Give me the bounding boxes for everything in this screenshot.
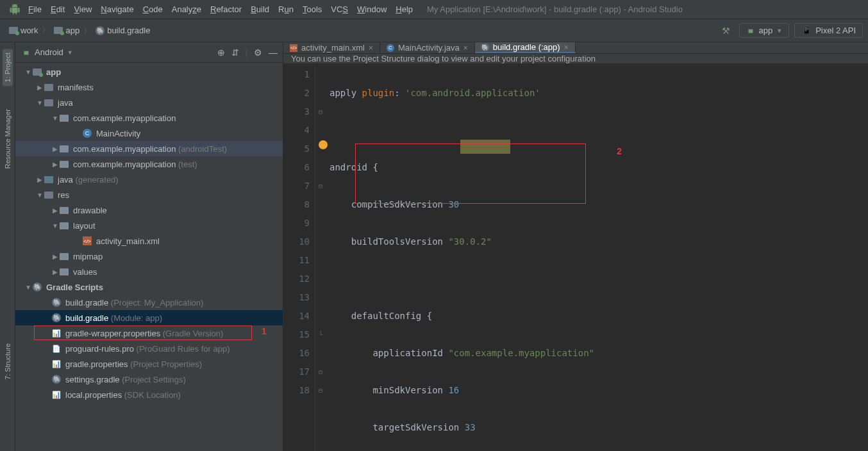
folder-icon [44,99,53,106]
select-opened-file-icon[interactable]: ⊕ [217,47,225,58]
project-header: Android ▼ ⊕ ⇵ | ⚙ — [15,42,283,63]
properties-file-icon: 📊 [52,390,61,399]
folder-icon [60,207,69,214]
package-icon [60,161,69,168]
xml-file-icon: </> [83,236,92,245]
intention-bulb-icon[interactable] [319,140,328,149]
close-tab-icon[interactable]: × [463,44,468,53]
menu-view[interactable]: View [74,4,92,14]
chevron-down-icon[interactable]: ▼ [67,49,73,56]
selection-highlight [460,140,510,154]
chevron-right-icon: 〉 [42,25,50,37]
menu-build[interactable]: Build [251,4,269,14]
tree-gradle-wrapper[interactable]: 📊 gradle-wrapper.properties (Gradle Vers… [15,325,283,341]
divider: | [246,47,247,57]
crumb-work[interactable]: work [9,26,38,35]
folder-icon [54,27,63,34]
tree-proguard[interactable]: 📄 proguard-rules.pro (ProGuard Rules for… [15,341,283,356]
code-editor[interactable]: 123 456 789 101112 131415 161718 apply p… [283,64,868,451]
tool-project[interactable]: 1: Project [3,49,13,86]
window-title: My Application [E:\Android\work] - build… [427,4,683,14]
folder-icon [9,27,18,34]
breadcrumb: work 〉 app 〉 🐘 build.gradle [9,25,150,37]
gradle-file-icon: 🐘 [52,313,61,322]
expand-all-icon[interactable]: ⇵ [231,47,239,58]
run-toolbar: ⚒ app ▼ 📱 Pixel 2 API [722,23,864,38]
editor-area: </> activity_main.xml × C MainActivity.j… [283,42,868,451]
menu-run[interactable]: Run [278,4,294,14]
folder-icon [60,222,69,229]
module-icon [33,69,42,76]
menu-help[interactable]: Help [396,4,413,14]
info-bar-text: You can use the Project Structure dialog… [291,54,596,63]
crumb-file[interactable]: 🐘 build.gradle [96,26,150,35]
menu-code[interactable]: Code [143,4,163,14]
menu-navigate[interactable]: Navigate [101,4,133,14]
gradle-file-icon: 🐘 [52,298,61,307]
editor-info-bar: You can use the Project Structure dialog… [283,54,868,64]
tab-activity-main-xml[interactable]: </> activity_main.xml × [283,42,380,53]
device-combo[interactable]: 📱 Pixel 2 API [794,23,863,38]
tab-build-gradle-app[interactable]: 🐘 build.gradle (:app) × [475,42,576,53]
tree-pkg-atest[interactable]: com.example.myapplication (androidTest) [15,141,283,156]
package-icon [60,115,69,122]
tree-main-activity[interactable]: C MainActivity [15,126,283,141]
android-logo-icon [9,4,21,15]
gradle-icon: 🐘 [33,283,42,291]
tree-drawable[interactable]: drawable [15,202,283,218]
tree-mipmap[interactable]: mipmap [15,249,283,264]
project-tree: app manifests java com.example.myapplica… [15,63,283,451]
tree-settings-gradle[interactable]: 🐘 settings.gradle (Project Settings) [15,372,283,387]
tool-resource-manager[interactable]: Resource Manager [3,105,13,173]
folder-icon [44,192,53,199]
tree-gradle-scripts[interactable]: 🐘 Gradle Scripts [15,279,283,295]
code-content[interactable]: apply plugin: 'com.android.application' … [326,64,868,451]
view-label[interactable]: Android [35,47,63,57]
tool-structure[interactable]: 7: Structure [3,340,13,384]
tree-values[interactable]: values [15,264,283,279]
run-config-combo[interactable]: app ▼ [739,23,790,38]
close-tab-icon[interactable]: × [564,43,569,52]
tree-build-gradle-project[interactable]: 🐘 build.gradle (Project: My_Application) [15,295,283,310]
xml-file-icon: </> [290,44,297,52]
folder-icon [60,253,69,260]
line-gutter: 123 456 789 101112 131415 161718 [283,64,315,451]
chevron-down-icon: ▼ [776,28,782,34]
tree-build-gradle-module[interactable]: 🐘 build.gradle (Module: app) [15,310,283,325]
tree-res[interactable]: res [15,187,283,202]
menu-bar: File Edit View Navigate Code Analyze Ref… [0,0,868,19]
tree-local-properties[interactable]: 📊 local.properties (SDK Location) [15,387,283,402]
fold-gutter [315,64,326,451]
menu-refactor[interactable]: Refactor [210,4,242,14]
menu-vcs[interactable]: VCS [331,4,348,14]
close-tab-icon[interactable]: × [369,44,373,53]
settings-gear-icon[interactable]: ⚙ [254,47,262,58]
tree-gradle-properties[interactable]: 📊 gradle.properties (Project Properties) [15,356,283,372]
folder-icon [44,176,53,183]
build-button[interactable]: ⚒ [722,26,734,36]
gradle-file-icon: 🐘 [52,375,61,384]
crumb-app[interactable]: app [54,26,79,35]
tab-main-activity[interactable]: C MainActivity.java × [380,42,475,53]
tree-pkg-main[interactable]: com.example.myapplication [15,110,283,126]
tree-layout[interactable]: layout [15,218,283,233]
tree-pkg-test[interactable]: com.example.myapplication (test) [15,156,283,172]
menu-edit[interactable]: Edit [51,4,65,14]
tree-java[interactable]: java [15,95,283,110]
tree-app[interactable]: app [15,64,283,79]
tree-java-gen[interactable]: java (generated) [15,172,283,187]
run-config-label: app [759,26,773,35]
menu-file[interactable]: File [28,4,42,14]
class-file-icon: C [387,44,394,52]
project-panel: Android ▼ ⊕ ⇵ | ⚙ — app manifests [15,42,283,451]
menu-tools[interactable]: Tools [303,4,322,14]
device-label: Pixel 2 API [815,26,856,35]
hide-panel-icon[interactable]: — [269,47,278,58]
menu-window[interactable]: Window [357,4,387,14]
tree-activity-main-xml[interactable]: </> activity_main.xml [15,233,283,249]
android-icon [746,26,755,35]
menu-analyze[interactable]: Analyze [172,4,201,14]
folder-icon [60,268,69,275]
gradle-file-icon: 🐘 [96,26,104,35]
tree-manifests[interactable]: manifests [15,79,283,95]
